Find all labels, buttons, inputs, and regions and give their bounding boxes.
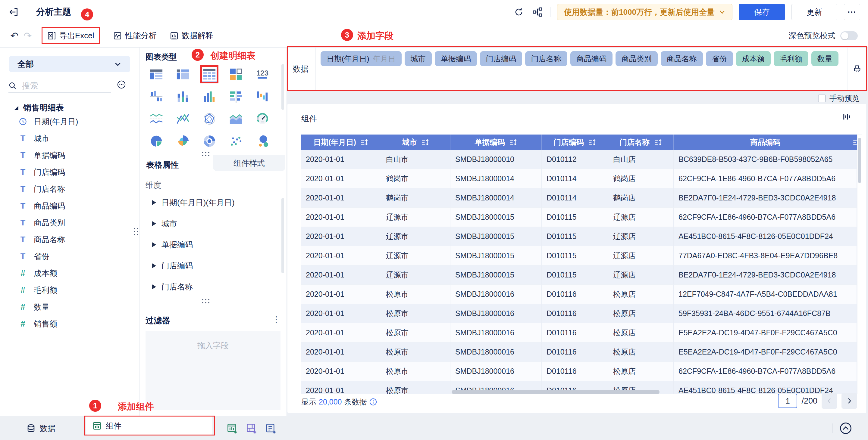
table-row[interactable]: 2020-01-01辽源市SMDBJ18000015D010115辽源店BE2D…	[301, 265, 857, 285]
field-item[interactable]: #数量	[0, 299, 139, 315]
dimension-item[interactable]: 日期(年月日)(年月日)	[140, 192, 286, 213]
field-item[interactable]: #成本额	[0, 265, 139, 282]
tab-component[interactable]: 组件	[86, 416, 212, 436]
chart-type-waterfall-icon[interactable]	[249, 86, 276, 108]
undo-icon[interactable]: ↶	[9, 30, 20, 41]
dimension-pill[interactable]: 门店名称	[525, 51, 567, 66]
field-item[interactable]: T门店名称	[0, 180, 139, 197]
update-button[interactable]: 更新	[792, 4, 837, 20]
table-row[interactable]: 2020-01-01松原市SMDBJ18000016D010116松原店12EF…	[301, 285, 857, 304]
back-icon[interactable]	[8, 6, 19, 18]
tab-table-properties[interactable]: 表格属性	[146, 160, 179, 170]
chart-type-gauge-icon[interactable]	[249, 108, 276, 130]
table-row[interactable]: 2020-01-01白山市SMDBJ18000010D010112白山店BC63…	[301, 150, 857, 169]
column-header[interactable]: 商品编码	[674, 135, 857, 150]
redo-icon[interactable]: ↷	[22, 30, 33, 41]
search-input[interactable]: 搜索	[8, 79, 111, 93]
filter-drag-handle[interactable]	[202, 299, 209, 303]
manual-preview-checkbox[interactable]	[818, 95, 826, 102]
add-chart-component-button[interactable]	[226, 423, 238, 434]
chart-type-pie-icon[interactable]	[143, 130, 169, 152]
filter-menu-icon[interactable]: ⋮	[272, 314, 280, 325]
add-dashboard-component-button[interactable]	[246, 423, 257, 434]
dimension-item[interactable]: 门店编码	[140, 255, 286, 276]
scrollbar-thumb[interactable]	[858, 138, 861, 183]
dimension-pill[interactable]: 省份	[706, 51, 733, 66]
column-header[interactable]: 日期(年月日)	[301, 135, 381, 150]
chart-type-horizontal-bar-icon[interactable]	[223, 86, 249, 108]
refresh-icon[interactable]	[513, 6, 525, 18]
dimension-pill[interactable]: 日期(年月日)年月日	[320, 51, 402, 66]
tab-data[interactable]: 数据	[27, 416, 56, 440]
dimension-pill[interactable]: 商品类别	[616, 51, 658, 66]
dimension-pill[interactable]: 城市	[405, 51, 432, 66]
data-explain-button[interactable]: 数据解释	[170, 30, 213, 41]
chart-type-stacked-bar-icon[interactable]	[169, 86, 196, 108]
chart-type-multi-line-icon[interactable]	[169, 108, 196, 130]
performance-analysis-button[interactable]: 性能分析	[113, 30, 157, 41]
field-item[interactable]: T门店编码	[0, 164, 139, 180]
dimension-pill[interactable]: 门店编码	[480, 51, 522, 66]
chart-type-kpi-123-icon[interactable]: 123	[249, 63, 276, 86]
add-report-component-button[interactable]	[265, 423, 276, 434]
field-item[interactable]: 日期(年月日)	[0, 113, 139, 130]
field-item[interactable]: T单据编码	[0, 147, 139, 164]
table-row[interactable]: 2020-01-01鹤岗市SMDBJ18000014D010114鹤岗店BE2D…	[301, 189, 857, 208]
field-item[interactable]: T城市	[0, 130, 139, 147]
chart-type-detail-table-icon[interactable]	[196, 63, 223, 86]
column-header[interactable]: 城市	[381, 135, 451, 150]
table-vertical-scrollbar[interactable]	[857, 135, 862, 394]
column-header[interactable]: 门店编码	[542, 135, 608, 150]
table-row[interactable]: 2020-01-01辽源市SMDBJ18000015D010115辽源店62CF…	[301, 208, 857, 227]
dataset-node[interactable]: 销售明细表	[14, 102, 64, 113]
field-item[interactable]: T商品名称	[0, 231, 139, 248]
field-item[interactable]: #毛利额	[0, 282, 139, 299]
measure-pill[interactable]: 毛利额	[774, 51, 808, 66]
table-horizontal-scrollbar[interactable]	[452, 390, 659, 394]
table-row[interactable]: 2020-01-01鹤岗市SMDBJ18000014D010114鹤岗店62CF…	[301, 169, 857, 189]
table-row[interactable]: 2020-01-01辽源市SMDBJ18000015D010115辽源店77DA…	[301, 246, 857, 265]
chart-type-group-table-icon[interactable]	[143, 63, 169, 86]
field-item[interactable]: T商品类别	[0, 214, 139, 231]
dimension-item[interactable]: 城市	[140, 213, 286, 234]
relation-view-icon[interactable]	[531, 6, 544, 18]
dimension-scrollbar[interactable]	[281, 198, 284, 273]
chart-type-radar-icon[interactable]	[196, 108, 223, 130]
table-row[interactable]: 2020-01-01松原市SMDBJ18000016D010116松原店E5EA…	[301, 342, 857, 362]
prev-page-button[interactable]	[822, 393, 837, 409]
chart-type-blocks-icon[interactable]	[223, 63, 249, 86]
table-row[interactable]: 2020-01-01松原市SMDBJ18000016D010116松原店59F3…	[301, 304, 857, 323]
chart-grid-scrollbar[interactable]	[281, 64, 284, 110]
chart-type-bubble-icon[interactable]	[249, 130, 276, 152]
chart-type-donut-icon[interactable]	[196, 130, 223, 152]
sidebar-resize-handle[interactable]	[134, 228, 138, 235]
chart-switch-icon[interactable]	[842, 112, 851, 124]
chart-type-grouped-bar-icon[interactable]	[143, 86, 169, 108]
field-item[interactable]: T省份	[0, 248, 139, 265]
dark-preview-toggle[interactable]	[840, 31, 858, 40]
field-item[interactable]: T商品编码	[0, 197, 139, 214]
chart-type-line-icon[interactable]	[143, 108, 169, 130]
table-row[interactable]: 2020-01-01辽源市SMDBJ18000015D010115辽源店AE45…	[301, 227, 857, 246]
info-icon[interactable]	[369, 398, 377, 406]
chart-type-area-icon[interactable]	[223, 108, 249, 130]
chart-type-scatter-icon[interactable]	[223, 130, 249, 152]
collapse-panel-icon[interactable]	[839, 421, 852, 437]
scope-selector[interactable]: 全部	[9, 56, 130, 72]
filter-dropzone[interactable]: 拖入字段	[146, 331, 280, 410]
dimension-item[interactable]: 单据编码	[140, 234, 286, 255]
dimension-item[interactable]: 门店名称	[140, 276, 286, 297]
export-excel-button[interactable]: 导出Excel	[47, 30, 94, 41]
data-volume-banner[interactable]: 使用数据量：前1000万行，更新后使用全量	[557, 4, 733, 20]
dimension-pill[interactable]: 单据编码	[435, 51, 477, 66]
next-page-button[interactable]	[841, 393, 857, 409]
chart-type-bar-icon[interactable]	[196, 86, 223, 108]
page-number-input[interactable]	[778, 394, 797, 408]
column-header[interactable]: 门店名称	[608, 135, 674, 150]
tab-component-style[interactable]: 组件样式	[213, 155, 285, 171]
column-header[interactable]: 单据编码	[451, 135, 542, 150]
dimension-pill[interactable]: 商品名称	[661, 51, 703, 66]
save-button[interactable]: 保存	[739, 4, 785, 20]
table-row[interactable]: 2020-01-01松原市SMDBJ18000016D010116松原店E5EA…	[301, 323, 857, 342]
measure-pill[interactable]: 成本额	[736, 51, 771, 66]
